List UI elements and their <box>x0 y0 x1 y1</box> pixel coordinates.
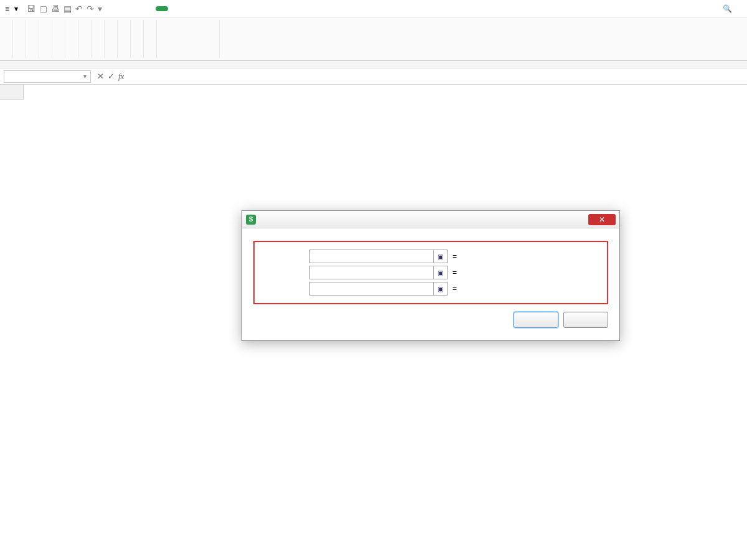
tab-view[interactable] <box>200 6 213 11</box>
print-preview-icon[interactable]: ▢ <box>39 4 47 14</box>
tab-devtools[interactable] <box>215 6 228 11</box>
menu-bar: ≡ ▾ 🖫 ▢ 🖶 ▤ ↶ ↷ ▾ 🔍 <box>0 0 747 17</box>
dialog-titlebar[interactable]: S ✕ <box>242 211 619 228</box>
tab-formula[interactable] <box>156 6 168 11</box>
formula-bar: ▾ ✕ ✓ fx <box>0 68 747 85</box>
arrow-group <box>182 20 194 58</box>
common-functions-button[interactable] <box>26 20 39 58</box>
lookup-button[interactable] <box>105 20 118 58</box>
tab-pagelayout[interactable] <box>141 6 153 11</box>
trace-group <box>169 20 182 58</box>
select-all-corner[interactable] <box>0 85 24 100</box>
text-button[interactable] <box>78 20 92 58</box>
tab-data[interactable] <box>171 6 183 11</box>
range-picker-icon[interactable]: ▣ <box>434 250 448 263</box>
math-button[interactable] <box>118 20 131 58</box>
wps-logo-icon: S <box>246 215 256 225</box>
file-menu[interactable]: ≡ ▾ <box>0 4 23 13</box>
other-functions-button[interactable] <box>131 20 144 58</box>
print-icon[interactable]: 🖶 <box>51 4 60 14</box>
spreadsheet <box>0 85 747 100</box>
tab-start[interactable] <box>111 6 123 11</box>
export-icon[interactable]: ▤ <box>63 4 72 14</box>
confirm-edit-icon[interactable]: ✓ <box>108 72 115 81</box>
financial-button[interactable] <box>52 20 65 58</box>
tab-smart[interactable] <box>245 6 258 11</box>
name-manager-group <box>157 20 169 58</box>
search-icon: 🔍 <box>723 4 732 13</box>
eval-group <box>194 20 207 58</box>
quick-access-toolbar: 🖫 ▢ 🖶 ▤ ↶ ↷ ▾ <box>23 4 106 14</box>
spacer <box>0 61 747 68</box>
redo-icon[interactable]: ↷ <box>87 4 94 14</box>
tab-member[interactable] <box>230 6 243 11</box>
range-picker-icon[interactable]: ▣ <box>434 282 448 296</box>
cancel-edit-icon[interactable]: ✕ <box>97 72 104 81</box>
qat-dropdown-icon[interactable]: ▾ <box>98 4 102 14</box>
tab-review[interactable] <box>186 6 198 11</box>
save-icon[interactable]: 🖫 <box>27 4 35 14</box>
ribbon <box>0 17 747 61</box>
name-box[interactable]: ▾ <box>4 70 91 83</box>
function-arguments-dialog: S ✕ ▣ = ▣ = ▣ = <box>242 210 620 341</box>
tab-insert[interactable] <box>126 6 138 11</box>
datetime-button[interactable] <box>92 20 105 58</box>
ok-button[interactable] <box>514 312 558 328</box>
undo-icon[interactable]: ↶ <box>75 4 83 14</box>
highlighted-params: ▣ = ▣ = ▣ = <box>253 241 608 304</box>
fx-icon[interactable]: fx <box>118 72 124 82</box>
search-box[interactable]: 🔍 <box>723 4 747 13</box>
param-order-input[interactable] <box>309 282 434 296</box>
range-picker-icon[interactable]: ▣ <box>434 266 448 279</box>
param-ref-input[interactable] <box>309 266 434 279</box>
more-icon[interactable] <box>144 20 157 58</box>
cancel-button[interactable] <box>563 312 608 328</box>
recalculate-button[interactable] <box>207 20 220 58</box>
insert-function-button[interactable] <box>0 20 13 58</box>
close-button[interactable]: ✕ <box>588 214 616 225</box>
autosum-button[interactable] <box>13 20 26 58</box>
all-functions-button[interactable] <box>39 20 52 58</box>
param-number-input[interactable] <box>309 250 434 263</box>
logical-button[interactable] <box>65 20 78 58</box>
ribbon-tabs <box>111 6 258 11</box>
